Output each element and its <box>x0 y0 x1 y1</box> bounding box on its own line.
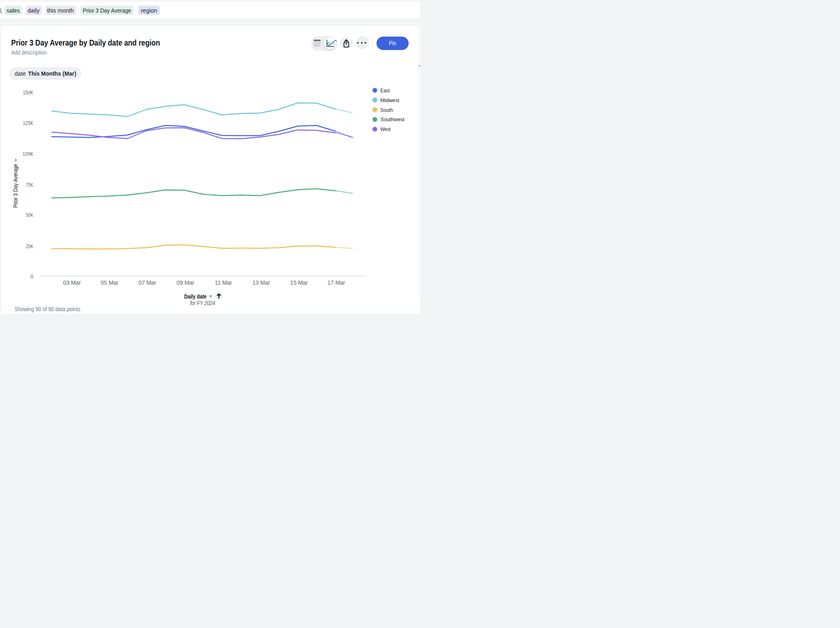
svg-text:sales: sales <box>7 7 20 14</box>
svg-text:Daily date: Daily date <box>184 293 207 300</box>
svg-text:East: East <box>381 87 390 94</box>
svg-text:date: date <box>15 70 26 77</box>
svg-text:50K: 50K <box>26 212 34 218</box>
svg-text:this month: this month <box>47 7 74 14</box>
svg-text:Midwest: Midwest <box>381 97 400 103</box>
svg-text:for FY 2024: for FY 2024 <box>190 299 215 306</box>
svg-text:0: 0 <box>30 274 33 280</box>
svg-text:09 Mar: 09 Mar <box>176 279 194 286</box>
svg-text:West: West <box>381 126 391 132</box>
svg-text:100K: 100K <box>23 151 33 157</box>
svg-text:125K: 125K <box>23 120 33 126</box>
svg-text:75K: 75K <box>26 182 34 188</box>
svg-text:Pin: Pin <box>389 40 396 46</box>
svg-text:11 Mar: 11 Mar <box>215 279 232 286</box>
svg-text:Showing 90 of 90 data points: Showing 90 of 90 data points <box>15 306 81 312</box>
svg-text:Prior 3 Day Average by Daily d: Prior 3 Day Average by Daily date and re… <box>11 38 160 47</box>
svg-text:15 Mar: 15 Mar <box>290 279 308 286</box>
svg-text:Prior 3 Day Average: Prior 3 Day Average <box>12 164 19 208</box>
svg-text:Add description: Add description <box>11 49 47 56</box>
svg-text:03 Mar: 03 Mar <box>63 279 81 286</box>
svg-text:17 Mar: 17 Mar <box>327 279 345 286</box>
svg-text:This Months (Mar): This Months (Mar) <box>28 70 76 77</box>
svg-text:07 Mar: 07 Mar <box>139 279 157 286</box>
svg-text:25K: 25K <box>26 243 34 249</box>
svg-text:05 Mar: 05 Mar <box>101 279 119 286</box>
svg-text:region: region <box>141 7 157 14</box>
svg-text:13 Mar: 13 Mar <box>252 279 270 286</box>
svg-text:South: South <box>381 107 393 113</box>
svg-text:Prior 3 Day Average: Prior 3 Day Average <box>83 7 131 14</box>
svg-text:Southwest: Southwest <box>381 116 405 122</box>
svg-text:daily: daily <box>28 7 40 14</box>
svg-text:150K: 150K <box>23 89 33 96</box>
